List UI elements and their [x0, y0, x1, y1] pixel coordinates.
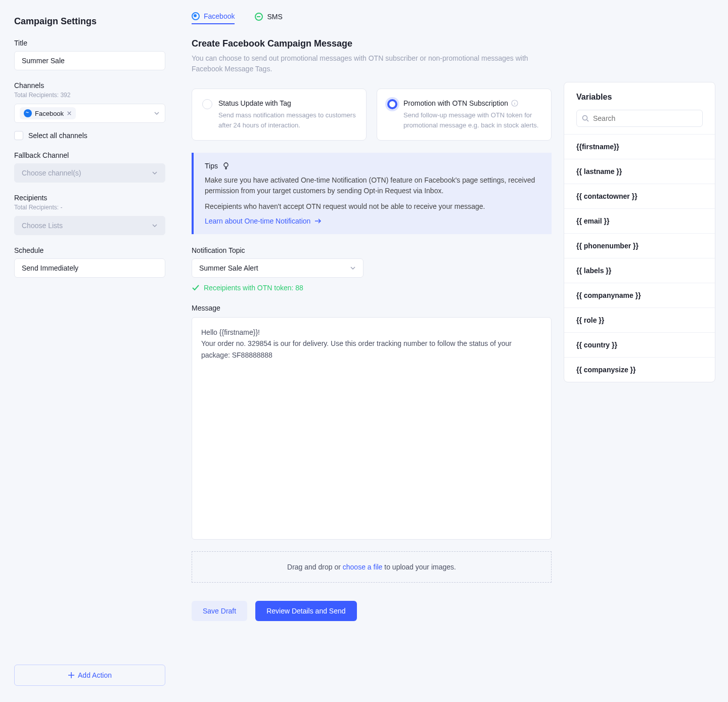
bulb-icon: [222, 162, 230, 170]
title-field: Title: [14, 39, 165, 70]
var-item[interactable]: {{ companysize }}: [564, 357, 715, 382]
tab-facebook[interactable]: Facebook: [192, 12, 235, 24]
tips-link[interactable]: Learn about One-time Notification: [205, 217, 322, 225]
option2-title: Promotion with OTN Subscription: [403, 99, 541, 107]
option1-desc: Send mass notification messages to custo…: [218, 110, 356, 130]
recipients-sublabel: Total Recipients: -: [14, 204, 165, 211]
footer-actions: Save Draft Review Details and Send: [192, 601, 552, 621]
tips-link-text: Learn about One-time Notification: [205, 217, 310, 225]
topic-label: Notification Topic: [192, 246, 552, 254]
chevron-down-icon: [152, 170, 158, 176]
svg-point-1: [224, 163, 228, 167]
remove-chip-icon[interactable]: [67, 111, 72, 116]
variables-heading: Variables: [564, 82, 715, 107]
recipients-field: Recipients Total Recipients: - Choose Li…: [14, 194, 165, 235]
var-item[interactable]: {{ country }}: [564, 332, 715, 357]
message-field: Message: [192, 304, 552, 541]
option2-title-text: Promotion with OTN Subscription: [403, 99, 508, 107]
option1-title: Status Update with Tag: [218, 99, 356, 107]
facebook-icon: [24, 109, 32, 117]
chevron-down-icon: [154, 110, 160, 116]
sms-tab-icon: [255, 13, 263, 21]
radio-unselected[interactable]: [202, 99, 212, 109]
option-body: Status Update with Tag Send mass notific…: [218, 99, 356, 130]
message-textarea[interactable]: [192, 317, 552, 540]
var-item[interactable]: {{firstname}}: [564, 134, 715, 159]
arrow-right-icon: [314, 217, 322, 225]
tab-sms[interactable]: SMS: [255, 12, 282, 24]
tips-text-2: Receipients who haven't accept OTN reque…: [205, 201, 540, 212]
schedule-field: Schedule Send Immediately: [14, 246, 165, 278]
image-dropzone[interactable]: Drag and drop or choose a file to upload…: [192, 551, 552, 583]
schedule-select[interactable]: Send Immediately: [14, 258, 165, 278]
option-status-update[interactable]: Status Update with Tag Send mass notific…: [192, 89, 367, 141]
chevron-down-icon: [152, 223, 158, 229]
select-all-checkbox[interactable]: [14, 131, 23, 140]
variables-search-wrap: [564, 107, 715, 134]
title-input[interactable]: [14, 51, 165, 70]
chevron-down-icon: [350, 265, 356, 271]
choose-file-link[interactable]: choose a file: [343, 563, 383, 571]
tips-banner: Tips Make sure you have activated One-ti…: [192, 153, 552, 234]
sidebar: Campaign Settings Title Channels Total R…: [0, 0, 179, 702]
option-body: Promotion with OTN Subscription Send fol…: [403, 99, 541, 130]
otn-status: Receipients with OTN token: 88: [192, 284, 552, 292]
variables-search[interactable]: [576, 110, 703, 127]
save-draft-button[interactable]: Save Draft: [192, 601, 247, 621]
message-type-options: Status Update with Tag Send mass notific…: [192, 89, 552, 141]
tab-sms-label: SMS: [267, 13, 282, 21]
var-item[interactable]: {{ companyname }}: [564, 283, 715, 308]
variables-search-input[interactable]: [593, 114, 697, 122]
channels-sublabel: Total Recipients: 392: [14, 92, 165, 99]
option2-desc: Send follow-up message with OTN token fo…: [403, 110, 541, 130]
var-item[interactable]: {{ labels }}: [564, 258, 715, 283]
dropzone-suffix: to upload your images.: [382, 563, 456, 571]
tips-label: Tips: [205, 162, 218, 170]
select-all-row[interactable]: Select all channels: [14, 131, 165, 140]
schedule-label: Schedule: [14, 246, 165, 254]
fallback-select[interactable]: Choose channel(s): [14, 163, 165, 183]
recipients-label: Recipients: [14, 194, 165, 202]
fallback-field: Fallback Channel Choose channel(s): [14, 151, 165, 183]
recipients-placeholder: Choose Lists: [22, 222, 63, 230]
tips-text-1: Make sure you have activated One-time No…: [205, 175, 540, 196]
var-item[interactable]: {{ phonenumber }}: [564, 233, 715, 258]
topic-value: Summer Sale Alert: [199, 264, 258, 272]
channels-field: Channels Total Recipients: 392 Facebook …: [14, 81, 165, 140]
channels-label: Channels: [14, 81, 165, 90]
page-subtitle: You can choose to send out promotional m…: [192, 53, 552, 74]
dropzone-prefix: Drag and drop or: [287, 563, 343, 571]
var-item[interactable]: {{ email }}: [564, 208, 715, 233]
svg-point-2: [583, 116, 587, 120]
add-action-button[interactable]: Add Action: [14, 665, 165, 686]
main-content: Facebook SMS Create Facebook Campaign Me…: [179, 0, 564, 702]
topic-select[interactable]: Summer Sale Alert: [192, 258, 363, 278]
review-send-button[interactable]: Review Details and Send: [255, 601, 356, 621]
info-icon[interactable]: [511, 100, 518, 107]
tab-facebook-label: Facebook: [204, 12, 235, 20]
add-action-label: Add Action: [78, 671, 112, 679]
channel-chip-label: Facebook: [35, 110, 64, 117]
var-item[interactable]: {{ role }}: [564, 308, 715, 332]
tips-heading: Tips: [205, 162, 540, 170]
otn-status-text: Receipients with OTN token: 88: [204, 284, 303, 292]
message-label: Message: [192, 304, 552, 312]
fallback-placeholder: Choose channel(s): [22, 169, 81, 177]
channel-tabs: Facebook SMS: [192, 12, 552, 24]
facebook-tab-icon: [192, 12, 200, 20]
channel-chip[interactable]: Facebook: [20, 107, 76, 119]
title-label: Title: [14, 39, 165, 47]
schedule-value: Send Immediately: [22, 264, 78, 272]
select-all-label: Select all channels: [28, 131, 87, 140]
radio-selected[interactable]: [387, 99, 397, 109]
page-title: Create Facebook Campaign Message: [192, 38, 552, 49]
sidebar-heading: Campaign Settings: [14, 16, 165, 27]
var-item[interactable]: {{ contactowner }}: [564, 184, 715, 208]
recipients-select[interactable]: Choose Lists: [14, 216, 165, 235]
notification-topic-field: Notification Topic Summer Sale Alert Rec…: [192, 246, 552, 292]
option-otn[interactable]: Promotion with OTN Subscription Send fol…: [377, 89, 552, 141]
fallback-label: Fallback Channel: [14, 151, 165, 159]
search-icon: [582, 115, 589, 122]
channels-select[interactable]: Facebook: [14, 104, 165, 123]
var-item[interactable]: {{ lastname }}: [564, 159, 715, 184]
